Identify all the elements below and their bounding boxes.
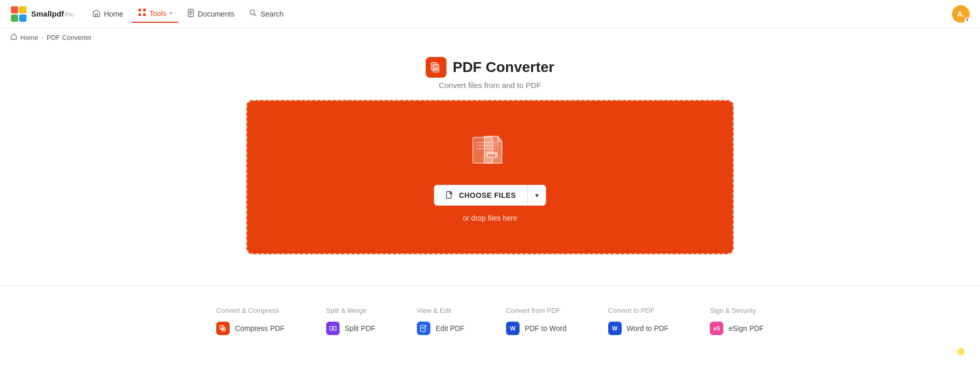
search-icon [249,9,257,19]
breadcrumb-separator: › [41,34,44,41]
logo[interactable]: SmallpdfPro [10,6,74,22]
edit-icon [420,325,427,332]
svg-rect-3 [11,15,18,22]
nav-home-label: Home [104,10,123,18]
page-header-top: PDF PDF Converter [426,57,554,78]
split-icon [329,325,337,332]
tools-grid-icon [138,8,146,19]
home-icon [92,9,101,19]
bottom-tools: Convert & Compress PDF Compress PDF Spli… [0,301,980,340]
category-title-split-merge: Split & Merge [326,307,375,314]
choose-files-row: CHOOSE FILES ▾ [434,185,546,206]
compress-pdf-label: Compress PDF [235,324,285,332]
tool-split-pdf[interactable]: Split PDF [326,322,375,335]
nav-documents[interactable]: Documents [180,6,241,22]
svg-text:PDF: PDF [434,68,439,71]
dropdown-arrow-icon: ▾ [535,191,539,199]
svg-rect-6 [143,9,146,11]
word-to-pdf-badge: W [608,322,622,335]
split-pdf-badge [326,322,340,335]
nav-search[interactable]: Search [243,6,289,22]
drop-zone[interactable]: PDF CHOOSE FILES ▾ or drop files her [246,100,734,254]
category-title-convert-compress: Convert & Compress [216,307,285,314]
svg-text:PDF: PDF [488,154,496,157]
file-icon [445,191,454,199]
tool-list-sign-security: eS eSign PDF [710,322,764,335]
user-avatar[interactable]: A. [952,5,970,23]
tools-dropdown-arrow: ▾ [170,10,172,16]
esign-pdf-badge: eS [710,322,723,335]
choose-files-label: CHOOSE FILES [459,191,516,199]
page-subtitle: Convert files from and to PDF [439,81,541,90]
drop-zone-illustration: PDF [467,132,513,170]
drop-text: or drop files here [463,214,517,222]
category-title-view-edit: View & Edit [417,307,465,314]
nav-documents-label: Documents [198,10,235,18]
breadcrumb-home-link[interactable]: Home [20,34,38,41]
pdf-to-word-badge: W [506,322,520,335]
svg-rect-1 [11,6,18,13]
svg-rect-7 [138,13,141,16]
category-convert-compress: Convert & Compress PDF Compress PDF [216,307,285,335]
category-title-convert-to-pdf: Convert to PDF [608,307,669,314]
category-convert-from-pdf: Convert from PDF W PDF to Word [506,307,567,335]
breadcrumb-current: PDF Converter [47,34,92,41]
documents-icon [187,9,195,19]
choose-files-dropdown[interactable]: ▾ [527,185,546,206]
logo-icon [10,6,27,22]
tool-pdf-to-word[interactable]: W PDF to Word [506,322,567,335]
avatar-letter: A. [957,10,964,18]
page-header: PDF PDF Converter Convert files from and… [426,57,554,90]
tool-word-to-pdf[interactable]: W Word to PDF [608,322,669,335]
compress-pdf-badge: PDF [216,322,230,335]
category-title-convert-from-pdf: Convert from PDF [506,307,567,314]
svg-rect-4 [19,15,26,22]
svg-rect-8 [143,13,146,16]
page-title: PDF Converter [453,59,554,76]
breadcrumb-home-icon [10,33,17,41]
category-split-merge: Split & Merge Split PDF [326,307,375,335]
edit-pdf-badge [417,322,430,335]
svg-rect-28 [333,326,336,330]
esign-pdf-label: eSign PDF [729,324,764,332]
tool-list-convert-compress: PDF Compress PDF [216,322,285,335]
nav-search-label: Search [260,10,283,18]
tools-grid: Convert & Compress PDF Compress PDF Spli… [31,301,949,340]
pdf-to-word-label: PDF to Word [525,324,567,332]
tool-edit-pdf[interactable]: Edit PDF [417,322,465,335]
nav-tools-label: Tools [149,9,166,18]
word-to-pdf-label: Word to PDF [627,324,669,332]
navbar: SmallpdfPro Home Tools ▾ [0,0,980,28]
svg-rect-23 [446,192,451,198]
edit-pdf-label: Edit PDF [436,324,465,332]
logo-text: SmallpdfPro [31,9,74,19]
tool-icon-box: PDF [426,57,446,78]
avatar-dropdown [964,18,970,23]
tool-esign-pdf[interactable]: eS eSign PDF [710,322,764,335]
category-view-edit: View & Edit Edit PDF [417,307,465,335]
tool-list-split-merge: Split PDF [326,322,375,335]
svg-rect-5 [138,9,141,11]
nav-tools[interactable]: Tools ▾ [132,5,178,23]
svg-text:PDF: PDF [221,328,226,330]
category-convert-to-pdf: Convert to PDF W Word to PDF [608,307,669,335]
svg-rect-2 [19,6,26,13]
split-pdf-label: Split PDF [345,324,375,332]
section-divider [0,285,980,286]
choose-files-button[interactable]: CHOOSE FILES [434,185,527,206]
tool-list-convert-to-pdf: W Word to PDF [608,322,669,335]
svg-rect-27 [330,326,332,330]
main-content: PDF PDF Converter Convert files from and… [0,47,980,270]
category-sign-security: Sign & Security eS eSign PDF [710,307,764,335]
tool-list-convert-from-pdf: W PDF to Word [506,322,567,335]
nav-items: Home Tools ▾ Documents S [86,5,952,23]
tool-compress-pdf[interactable]: PDF Compress PDF [216,322,285,335]
tool-list-view-edit: Edit PDF [417,322,465,335]
breadcrumb: Home › PDF Converter [0,28,980,47]
compress-icon: PDF [219,325,227,332]
tool-icon: PDF [430,61,442,74]
nav-home[interactable]: Home [86,6,129,22]
category-title-sign-security: Sign & Security [710,307,764,314]
